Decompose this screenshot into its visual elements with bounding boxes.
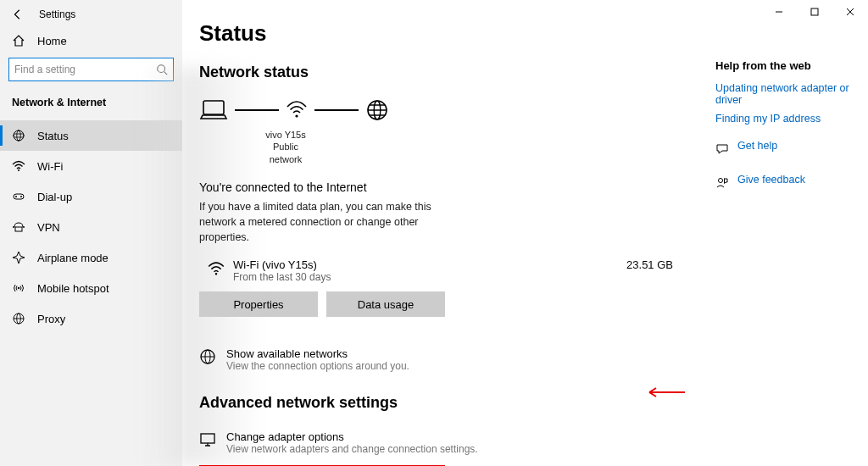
status-icon (12, 129, 25, 142)
wifi-icon (12, 159, 25, 173)
sidebar-item-label: Dial-up (37, 191, 72, 203)
section-network-status: Network status (199, 64, 698, 81)
svg-point-20 (719, 179, 723, 183)
settings-label: Settings (39, 8, 75, 20)
aside-title: Help from the web (715, 59, 860, 72)
svg-point-4 (15, 196, 17, 197)
globe-icon (365, 98, 389, 122)
help-link-1[interactable]: Finding my IP address (715, 113, 860, 125)
sidebar-item-airplane[interactable]: Airplane mode (0, 242, 182, 273)
show-networks-option[interactable]: Show available networks View the connect… (199, 342, 698, 377)
section-advanced: Advanced network settings (199, 394, 698, 412)
router-wifi-icon (286, 98, 308, 122)
svg-rect-21 (811, 8, 818, 15)
page-title: Status (199, 20, 698, 47)
monitor-icon (199, 431, 216, 448)
minimize-button[interactable] (761, 0, 797, 24)
home-button[interactable]: Home (0, 25, 182, 58)
sidebar-item-label: Proxy (37, 313, 65, 325)
laptop-icon (199, 97, 228, 124)
properties-button[interactable]: Properties (199, 291, 318, 317)
home-label: Home (37, 35, 67, 47)
dialup-icon (12, 190, 25, 203)
get-help-link[interactable]: Get help (715, 140, 860, 158)
sidebar-item-hotspot[interactable]: Mobile hotspot (0, 273, 182, 303)
back-button[interactable] (12, 8, 24, 20)
svg-rect-11 (203, 101, 224, 114)
maximize-button[interactable] (797, 0, 832, 24)
network-diagram (199, 97, 698, 124)
feedback-icon (715, 176, 729, 190)
network-device-labels: vivo Y15s Public network (260, 129, 311, 165)
sidebar-item-dialup[interactable]: Dial-up (0, 181, 182, 212)
svg-rect-3 (14, 194, 24, 199)
sidebar-item-label: VPN (37, 221, 60, 234)
sidebar-item-vpn[interactable]: VPN (0, 212, 182, 242)
help-link-0[interactable]: Updating network adapter or driver (715, 82, 860, 106)
adapter-options[interactable]: Change adapter options View network adap… (199, 425, 698, 460)
give-feedback-link[interactable]: Give feedback (715, 174, 860, 192)
wifi-usage-row: Wi-Fi (vivo Y15s) From the last 30 days … (199, 255, 698, 291)
sidebar-item-label: Status (37, 130, 69, 142)
search-input[interactable] (14, 64, 156, 75)
data-usage-button[interactable]: Data usage (326, 291, 445, 317)
svg-point-7 (13, 226, 14, 228)
connection-description: If you have a limited data plan, you can… (199, 199, 453, 245)
sidebar-item-status[interactable]: Status (0, 120, 182, 151)
airplane-icon (12, 251, 25, 264)
wifi-name: Wi-Fi (vivo Y15s) (233, 258, 618, 271)
annotation-arrow-icon (644, 386, 687, 399)
close-button[interactable] (832, 0, 868, 24)
wifi-usage-value: 23.51 GB (626, 258, 673, 271)
search-icon (156, 64, 168, 75)
proxy-icon (12, 312, 25, 325)
svg-rect-16 (201, 434, 214, 443)
wifi-icon (208, 260, 225, 277)
connection-heading: You're connected to the Internet (199, 180, 698, 194)
globe-icon (199, 348, 216, 365)
sidebar-item-label: Wi-Fi (37, 160, 63, 173)
hotspot-icon (12, 281, 25, 295)
svg-point-5 (20, 196, 22, 197)
vpn-icon (12, 220, 25, 234)
svg-point-12 (295, 114, 298, 117)
svg-point-1 (14, 130, 24, 141)
svg-rect-6 (15, 227, 22, 231)
sidebar-item-proxy[interactable]: Proxy (0, 303, 182, 334)
svg-point-9 (18, 287, 19, 289)
chat-icon (715, 142, 729, 156)
search-box[interactable] (8, 58, 174, 81)
sidebar-item-wifi[interactable]: Wi-Fi (0, 151, 182, 181)
home-icon (12, 34, 25, 47)
wifi-period: From the last 30 days (233, 271, 618, 283)
svg-point-0 (158, 65, 165, 73)
svg-point-14 (215, 273, 218, 275)
svg-point-2 (18, 169, 19, 171)
svg-point-8 (23, 226, 25, 228)
sidebar-item-label: Airplane mode (37, 252, 108, 264)
sidebar-item-label: Mobile hotspot (37, 282, 109, 295)
sidebar-section-title: Network & Internet (0, 92, 182, 120)
